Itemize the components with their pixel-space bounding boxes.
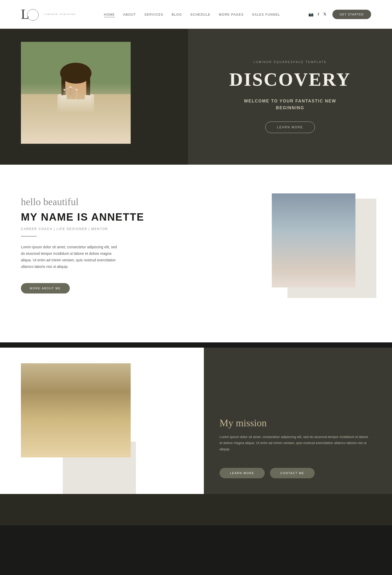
- mission-learn-more-button[interactable]: LEARN MORE: [220, 468, 265, 478]
- nav-item-schedule[interactable]: SCHEDULE: [190, 12, 210, 17]
- svg-rect-26: [272, 212, 355, 220]
- svg-point-67: [102, 433, 123, 440]
- about-text-area: hello beautiful MY NAME IS ANNETTE CAREE…: [21, 191, 251, 316]
- svg-point-19: [74, 99, 76, 101]
- svg-point-9: [64, 88, 77, 101]
- hero-image: [21, 42, 131, 144]
- hero-title: DISCOVERY: [229, 69, 351, 90]
- svg-rect-46: [304, 256, 328, 269]
- about-script-hello: hello beautiful: [21, 196, 251, 208]
- facebook-icon[interactable]: f: [318, 12, 319, 16]
- svg-line-13: [67, 94, 71, 99]
- mission-illustration: [21, 363, 131, 457]
- mission-text-block: My mission Lorem ipsum dolor sit amet, c…: [220, 417, 371, 452]
- nav-item-about[interactable]: ABOUT: [123, 12, 136, 17]
- nav-link-schedule[interactable]: SCHEDULE: [190, 13, 210, 16]
- svg-rect-21: [60, 95, 67, 103]
- svg-rect-36: [301, 216, 304, 234]
- mission-section: My mission Lorem ipsum dolor sit amet, c…: [0, 348, 392, 494]
- svg-rect-37: [304, 224, 314, 229]
- nav-item-funnel[interactable]: SALES FUNNEL: [252, 12, 280, 17]
- svg-rect-8: [72, 104, 80, 125]
- social-icons: 📷 f 𝕏: [308, 12, 326, 17]
- svg-point-47: [310, 259, 318, 267]
- svg-line-64: [42, 438, 49, 440]
- hero-learn-more-button[interactable]: LEARN MORE: [265, 122, 315, 133]
- nav-item-blog[interactable]: BLOG: [172, 12, 182, 17]
- logo-circle: [27, 9, 39, 21]
- svg-point-15: [70, 86, 71, 88]
- svg-rect-32: [272, 267, 355, 274]
- nav-link-services[interactable]: SERVICES: [144, 13, 163, 16]
- nav-link-funnel[interactable]: SALES FUNNEL: [252, 13, 280, 16]
- svg-rect-53: [42, 384, 105, 418]
- svg-point-35: [299, 204, 328, 224]
- nav-item-more[interactable]: MORE PAGES: [219, 12, 244, 17]
- hero-subtitle: LUMINOR SQUARESPACE TEMPLATE: [253, 60, 327, 64]
- about-image-area: [272, 191, 371, 316]
- svg-rect-29: [272, 239, 355, 247]
- svg-line-63: [102, 438, 115, 440]
- svg-rect-20: [60, 99, 91, 115]
- svg-rect-6: [61, 76, 65, 97]
- mission-buttons: LEARN MORE CONTACT ME: [220, 468, 371, 478]
- nav-link-blog[interactable]: BLOG: [172, 13, 182, 16]
- svg-rect-33: [272, 276, 355, 288]
- nav-item-home[interactable]: HOME: [104, 12, 115, 17]
- about-cta-button[interactable]: MORE ABOUT ME: [21, 283, 70, 294]
- svg-rect-60: [82, 433, 102, 445]
- twitter-icon[interactable]: 𝕏: [323, 12, 326, 16]
- svg-line-42: [327, 233, 337, 243]
- svg-line-44: [290, 227, 291, 233]
- hero-photo: [21, 42, 131, 144]
- nav-item-services[interactable]: SERVICES: [144, 12, 163, 17]
- svg-point-48: [316, 257, 321, 263]
- about-illustration: [272, 193, 355, 288]
- mission-content-area: My mission Lorem ipsum dolor sit amet, c…: [204, 348, 392, 494]
- nav-links: HOME ABOUT SERVICES BLOG SCHEDULE MORE P…: [76, 12, 308, 17]
- mission-contact-button[interactable]: CONTACT ME: [270, 468, 315, 478]
- svg-rect-40: [301, 239, 327, 260]
- mission-image-area: [0, 348, 204, 494]
- svg-line-62: [37, 438, 49, 440]
- nav-link-home[interactable]: HOME: [104, 13, 115, 17]
- svg-rect-49: [310, 237, 317, 241]
- nav-link-more[interactable]: MORE PAGES: [219, 13, 244, 16]
- svg-rect-54: [42, 412, 105, 417]
- nav-link-about[interactable]: ABOUT: [123, 13, 136, 16]
- hero-content: LUMINOR SQUARESPACE TEMPLATE DISCOVERY W…: [188, 29, 392, 165]
- about-name-heading: MY NAME IS ANNETTE: [21, 211, 251, 223]
- mission-image: [21, 363, 131, 457]
- svg-point-2: [50, 128, 102, 144]
- bottom-dark-area: [0, 494, 392, 525]
- svg-point-16: [64, 89, 65, 90]
- svg-rect-65: [102, 389, 123, 436]
- svg-rect-24: [272, 193, 355, 201]
- svg-rect-28: [272, 230, 355, 238]
- logo-brand-text: LUMINOR COACHING: [44, 13, 76, 15]
- svg-rect-22: [84, 95, 91, 103]
- svg-line-11: [65, 90, 71, 94]
- svg-rect-3: [57, 94, 94, 131]
- svg-rect-58: [47, 431, 99, 447]
- svg-rect-51: [21, 363, 131, 457]
- svg-rect-30: [272, 248, 355, 256]
- svg-point-34: [301, 209, 327, 240]
- hero-tagline: WELCOME TO YOUR FANTASTIC NEW BEGINNING: [244, 98, 336, 111]
- svg-rect-31: [272, 257, 355, 265]
- svg-line-14: [71, 94, 74, 99]
- hero-illustration: [21, 42, 131, 144]
- hero-section: LUMINOR SQUARESPACE TEMPLATE DISCOVERY W…: [0, 29, 392, 165]
- mission-body-text: Lorem ipsum dolor sit amet, consectetur …: [220, 434, 371, 452]
- hero-image-container: [0, 29, 188, 165]
- logo-graphic: L: [21, 8, 39, 21]
- svg-rect-27: [272, 221, 355, 229]
- instagram-icon[interactable]: 📷: [308, 12, 314, 17]
- about-section: hello beautiful MY NAME IS ANNETTE CAREE…: [0, 165, 392, 342]
- svg-rect-0: [21, 42, 131, 144]
- navbar: L LUMINOR COACHING HOME ABOUT SERVICES B…: [0, 0, 392, 29]
- about-roles: CAREER COACH | LIFE DESIGNER | MENTOR: [21, 227, 251, 231]
- svg-rect-38: [314, 224, 323, 229]
- svg-point-66: [102, 386, 123, 393]
- get-started-button[interactable]: GET STARTED: [332, 10, 371, 19]
